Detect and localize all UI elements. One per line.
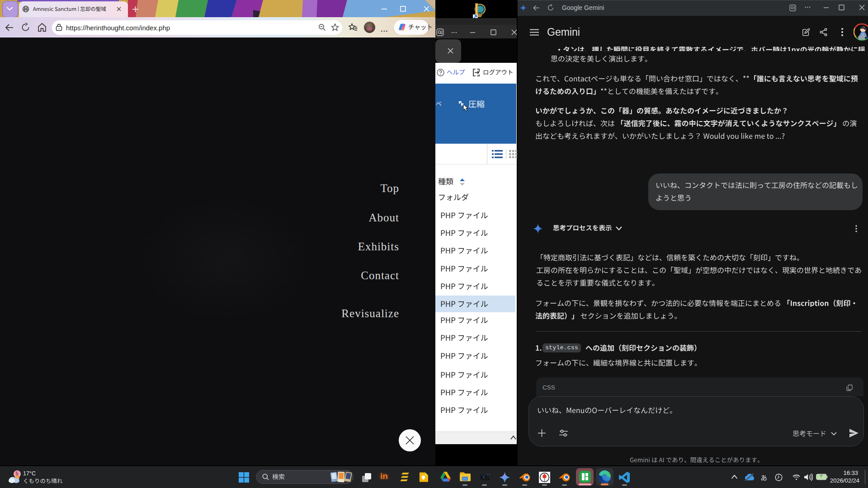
svg-text:XS: XS (479, 474, 490, 482)
